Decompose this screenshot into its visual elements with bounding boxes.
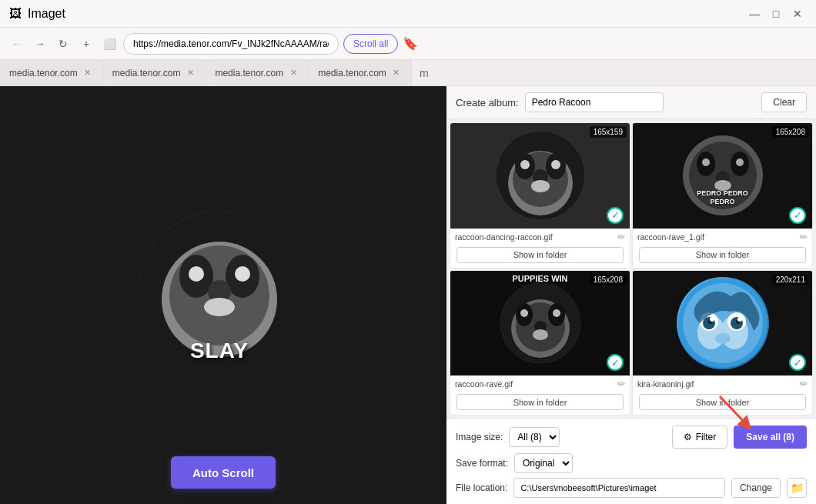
- album-label: Create album:: [456, 97, 519, 108]
- album-bar: Create album: Clear: [446, 86, 816, 119]
- show-folder-btn-4[interactable]: Show in folder: [639, 394, 806, 410]
- main-layout: SLAY Auto Scroll Create album: Clear: [0, 86, 816, 504]
- folder-icon-button[interactable]: 📁: [787, 478, 807, 498]
- svg-point-15: [551, 160, 560, 169]
- browser-view-panel: SLAY Auto Scroll: [0, 86, 446, 504]
- maximize-button[interactable]: □: [767, 5, 785, 23]
- show-folder-btn-3[interactable]: Show in folder: [456, 394, 624, 410]
- svg-point-8: [204, 298, 235, 316]
- tab-2-label: media.tenor.com: [112, 68, 181, 78]
- image-info-3: raccoon-rave.gif ✏: [450, 375, 630, 392]
- svg-point-5: [189, 266, 204, 282]
- clear-button[interactable]: Clear: [761, 92, 807, 112]
- close-button[interactable]: ✕: [788, 5, 807, 23]
- extension-icon[interactable]: 🔖: [403, 36, 418, 51]
- image-thumb-3: PUPPIES WIN 165x20: [450, 271, 630, 376]
- pony-svg: [677, 277, 769, 369]
- svg-point-6: [235, 266, 250, 282]
- svg-point-17: [531, 180, 550, 192]
- image-card-4: 220x211 ✓ kira-kiraoninj.gif ✏ Show in f…: [632, 270, 813, 416]
- edit-icon-1[interactable]: ✏: [617, 232, 625, 242]
- filter-button[interactable]: ⚙ Filter: [672, 426, 728, 449]
- image-filename-4: kira-kiraoninj.gif: [637, 379, 694, 389]
- image-card-1: 165x159 ✓ raccoon-dancing-raccon.gif ✏ S…: [450, 122, 630, 269]
- save-all-button[interactable]: Save all (8): [734, 426, 807, 449]
- new-tab-button[interactable]: +: [77, 35, 95, 53]
- tabs-bar: media.tenor.com ✕ media.tenor.com ✕ medi…: [0, 60, 816, 86]
- check-badge-1: ✓: [607, 207, 624, 224]
- edit-icon-2[interactable]: ✏: [800, 232, 808, 242]
- scroll-all-button[interactable]: Scroll all: [343, 34, 398, 54]
- tab-1-close[interactable]: ✕: [82, 68, 93, 78]
- svg-point-35: [533, 329, 548, 340]
- thumb1-svg: [494, 129, 587, 222]
- minimize-button[interactable]: —: [745, 5, 764, 23]
- check-badge-2: ✓: [789, 207, 806, 224]
- tab-4-close[interactable]: ✕: [391, 68, 402, 78]
- thumb2-svg: [677, 125, 769, 225]
- img-size-1: 165x159: [590, 126, 627, 138]
- tab-more[interactable]: m: [412, 67, 436, 79]
- slay-text: SLAY: [190, 339, 249, 363]
- url-input[interactable]: [123, 33, 339, 55]
- image-info-4: kira-kiraoninj.gif ✏: [633, 375, 812, 392]
- back-button[interactable]: ←: [8, 35, 26, 53]
- app-title: Imaget: [28, 7, 65, 21]
- tab-1-label: media.tenor.com: [9, 68, 78, 78]
- thumb4-bg: [633, 271, 812, 376]
- images-grid: 165x159 ✓ raccoon-dancing-raccon.gif ✏ S…: [446, 119, 816, 419]
- title-bar-left: 🖼 Imaget: [9, 7, 65, 21]
- pedro-text: PEDRO PEDROPEDRO: [633, 189, 812, 207]
- img-size-4: 220x211: [772, 274, 809, 285]
- show-folder-btn-2[interactable]: Show in folder: [639, 247, 806, 263]
- image-size-row: Image size: All (8) ⚙ Filter Save all (8…: [456, 426, 807, 449]
- show-folder-btn-1[interactable]: Show in folder: [456, 247, 624, 263]
- image-info-1: raccoon-dancing-raccon.gif ✏: [450, 229, 630, 245]
- right-container: Create album: Clear: [446, 86, 816, 504]
- tab-3[interactable]: media.tenor.com ✕: [206, 60, 309, 86]
- album-bar-left: Create album:: [456, 92, 664, 112]
- pony-circle: [677, 277, 769, 369]
- svg-point-48: [715, 333, 731, 344]
- filter-label: Filter: [696, 432, 717, 442]
- thumb1-bg: [450, 123, 630, 229]
- tab-2[interactable]: media.tenor.com ✕: [103, 60, 206, 86]
- svg-point-47: [737, 317, 742, 322]
- edit-icon-3[interactable]: ✏: [617, 379, 625, 389]
- title-bar: 🖼 Imaget — □ ✕: [0, 0, 816, 28]
- image-thumb-1: 165x159 ✓: [450, 123, 630, 229]
- album-input[interactable]: [525, 92, 664, 112]
- tab-3-label: media.tenor.com: [215, 68, 283, 78]
- image-thumb-4: 220x211 ✓: [633, 271, 812, 376]
- svg-point-46: [710, 317, 714, 322]
- bottom-controls: Image size: All (8) ⚙ Filter Save all (8…: [446, 419, 816, 504]
- edit-icon-4[interactable]: ✏: [800, 379, 808, 389]
- change-button[interactable]: Change: [731, 478, 781, 498]
- location-row: File location: Change 📁: [456, 478, 807, 498]
- svg-point-23: [702, 159, 710, 166]
- raccoon-image-container: SLAY: [131, 234, 316, 357]
- image-card-2: PEDRO PEDROPEDRO 165x208 ✓ raccoon-rave_…: [632, 122, 813, 269]
- bookmark-button[interactable]: ⬜: [100, 35, 119, 53]
- svg-point-14: [520, 160, 530, 169]
- tab-1[interactable]: media.tenor.com ✕: [0, 60, 103, 86]
- tab-2-close[interactable]: ✕: [185, 68, 196, 78]
- image-filename-1: raccoon-dancing-raccon.gif: [455, 232, 553, 242]
- image-filename-3: raccoon-rave.gif: [455, 379, 513, 389]
- svg-point-32: [520, 309, 528, 317]
- thumb3-svg: [498, 281, 583, 365]
- refresh-button[interactable]: ↻: [54, 35, 72, 53]
- image-size-label: Image size:: [456, 432, 503, 442]
- save-format-label: Save format:: [456, 458, 508, 469]
- forward-button[interactable]: →: [31, 35, 49, 53]
- img-size-3: 165x208: [590, 274, 627, 285]
- tab-3-close[interactable]: ✕: [288, 68, 299, 78]
- auto-scroll-button[interactable]: Auto Scroll: [171, 456, 276, 489]
- browser-bar: ← → ↻ + ⬜ Scroll all 🔖: [0, 28, 816, 60]
- image-filename-2: raccoon-rave_1.gif: [637, 232, 704, 242]
- tab-4[interactable]: media.tenor.com ✕: [309, 60, 412, 86]
- image-size-select[interactable]: All (8): [509, 427, 560, 447]
- save-format-select[interactable]: Original: [514, 453, 573, 473]
- file-location-input[interactable]: [513, 478, 725, 498]
- svg-point-33: [553, 309, 560, 317]
